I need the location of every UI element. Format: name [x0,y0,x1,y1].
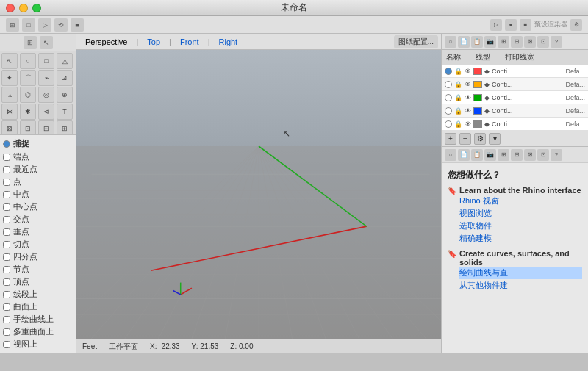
maximize-button[interactable] [32,4,41,12]
tool-17[interactable]: ⊠ [1,120,18,134]
r-icon-4[interactable]: 📷 [484,36,496,48]
window-controls[interactable] [6,4,41,12]
help-link[interactable]: 选取物件 [459,220,581,232]
h-icon-help[interactable]: ? [551,149,562,161]
toolbar-icon-5[interactable]: ■ [71,18,84,32]
snap-icon[interactable]: ⊞ [24,36,37,49]
snap-checkbox[interactable] [3,303,10,311]
help-link[interactable]: 从其他物件建 [459,279,582,292]
toolbar-icon-3[interactable]: ▷ [38,18,51,32]
tool-14[interactable]: ✱ [20,104,36,120]
layer-visible-icon[interactable]: 👁 [465,94,471,101]
r-icon-2[interactable]: 📄 [458,36,470,48]
h-icon-5[interactable]: ⊞ [498,149,509,161]
tool-18[interactable]: ⊡ [20,120,36,134]
tool-16[interactable]: T [57,104,73,120]
layer-radio[interactable] [445,94,452,101]
snap-checkbox[interactable] [3,179,10,186]
snap-checkbox[interactable] [3,278,10,286]
h-icon-1[interactable]: ○ [445,149,456,161]
minimize-button[interactable] [19,4,28,12]
help-link[interactable]: 绘制曲线与直 [459,267,582,279]
h-icon-8[interactable]: ⊡ [537,149,549,161]
tab-top[interactable]: Top [141,36,166,48]
tool-5[interactable]: ✦ [1,70,18,86]
cursor-icon[interactable]: ↖ [40,36,53,49]
layer-visible-icon[interactable]: 👁 [465,107,471,115]
snap-checkbox[interactable] [3,328,10,336]
r-icon-8[interactable]: ⊡ [537,36,549,48]
snap-checkbox[interactable] [3,203,10,211]
tool-3[interactable]: □ [38,53,54,69]
layer-color-swatch[interactable] [473,94,482,101]
snap-checkbox[interactable] [3,228,10,236]
r-icon-1[interactable]: ○ [445,36,456,48]
snap-checkbox[interactable] [3,253,10,261]
snap-checkbox[interactable] [3,266,10,273]
tab-perspective[interactable]: Perspective [79,36,133,48]
tool-20[interactable]: ⊞ [57,120,73,134]
layer-row[interactable]: 🔒 👁 ◆ Conti... Defa... [442,104,588,118]
settings-icon[interactable]: ⚙ [570,19,582,31]
tool-11[interactable]: ◎ [38,87,54,103]
tool-2[interactable]: ○ [20,53,36,69]
snap-checkbox[interactable] [3,216,10,223]
layer-color-swatch[interactable] [473,81,482,88]
record-button[interactable]: ● [505,19,517,31]
viewport-config-button[interactable]: 图纸配置... [394,35,438,48]
r-icon-6[interactable]: ⊟ [511,36,523,48]
layer-row[interactable]: 🔒 👁 ◆ Conti... Defa... [442,118,588,131]
toolbar-icon-4[interactable]: ⟲ [54,18,68,32]
snap-checkbox[interactable] [3,291,10,298]
play-button[interactable]: ▷ [490,19,502,31]
tool-7[interactable]: ⌁ [38,70,54,86]
layer-visible-icon[interactable]: 👁 [465,68,471,75]
snap-checkbox[interactable] [3,241,10,248]
layer-row[interactable]: 🔒 👁 ◆ Conti... Defa... [442,91,588,104]
toolbar-icon-1[interactable]: ⊞ [6,18,19,32]
h-icon-7[interactable]: ⊠ [524,149,536,161]
tool-10[interactable]: ⌬ [20,87,36,103]
r-icon-3[interactable]: 📋 [471,36,483,48]
r-icon-help[interactable]: ? [551,36,562,48]
layer-row[interactable]: 🔒 👁 ◆ Conti... Defa... [442,65,588,78]
snap-radio-active[interactable] [3,140,10,148]
layer-visible-icon[interactable]: 👁 [465,81,471,88]
tool-12[interactable]: ⊕ [57,87,73,103]
help-link[interactable]: 精确建模 [459,232,581,245]
tab-front[interactable]: Front [174,36,205,48]
snap-checkbox[interactable] [3,154,10,161]
layer-radio[interactable] [445,120,452,128]
h-icon-4[interactable]: 📷 [484,149,496,161]
remove-layer-button[interactable]: − [459,133,471,145]
snap-checkbox[interactable] [3,191,10,198]
toolbar-icon-2[interactable]: □ [22,18,35,32]
tab-right[interactable]: Right [213,36,244,48]
layer-radio[interactable] [445,81,452,88]
settings-button[interactable]: ⚙ [474,133,486,145]
h-icon-6[interactable]: ⊟ [511,149,523,161]
viewport-canvas[interactable]: Perspective [76,50,441,339]
tool-9[interactable]: ⟁ [1,87,18,103]
h-icon-2[interactable]: 📄 [458,149,470,161]
layer-radio[interactable] [445,68,452,75]
tool-4[interactable]: △ [57,53,73,69]
add-layer-button[interactable]: + [445,133,456,145]
r-icon-7[interactable]: ⊠ [524,36,536,48]
layer-visible-icon[interactable]: 👁 [465,120,471,128]
tool-1[interactable]: ↖ [1,53,18,69]
stop-button[interactable]: ■ [520,19,531,31]
layer-color-swatch[interactable] [473,120,482,128]
tool-8[interactable]: ⊿ [57,70,73,86]
arrow-button[interactable]: ▾ [489,133,501,145]
tool-19[interactable]: ⊟ [38,120,54,134]
layer-row[interactable]: 🔒 👁 ◆ Conti... Defa... [442,78,588,91]
h-icon-3[interactable]: 📋 [471,149,483,161]
close-button[interactable] [6,4,15,12]
tool-15[interactable]: ⊲ [38,104,54,120]
layer-color-swatch[interactable] [473,68,482,75]
snap-checkbox[interactable] [3,166,10,173]
layer-color-swatch[interactable] [473,107,482,115]
help-link[interactable]: 视图浏览 [459,207,581,220]
tool-6[interactable]: ⌒ [20,70,36,86]
